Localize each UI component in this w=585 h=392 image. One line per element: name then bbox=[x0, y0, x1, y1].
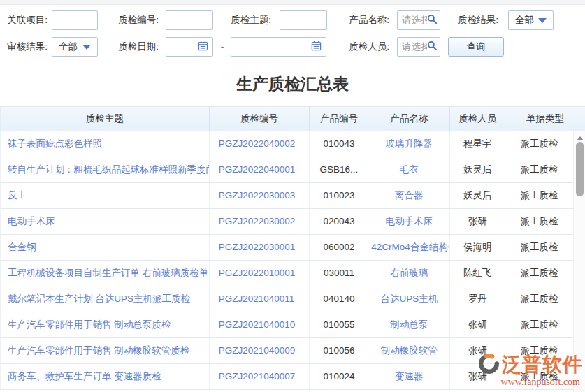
product-number-cell: 010043 bbox=[310, 131, 368, 157]
doc-type-cell: 派工质检 bbox=[505, 235, 573, 260]
table-row: 袜子表面疵点彩色样照 PGZJ2022040002 010043 玻璃升降器 程… bbox=[0, 131, 573, 157]
table-row: 反工 PGZJ2022030003 010023 离合器 妖灵后 派工质检 bbox=[0, 183, 573, 209]
table-row: 工程机械设备项目自制生产订单 右前玻璃质检单 PGZJ2022010001 03… bbox=[0, 261, 573, 286]
inspector-cell: 妖灵后 bbox=[450, 183, 505, 208]
table-row: 转自生产计划：粗梳毛织品起球标准样照新季度的生 PGZJ2022040001 G… bbox=[0, 157, 573, 183]
audit-result-dropdown[interactable]: 全部 bbox=[52, 37, 98, 57]
qc-number-link[interactable]: PGZJ2021040011 bbox=[219, 293, 295, 304]
product-name-link[interactable]: 玻璃升降器 bbox=[386, 138, 433, 149]
header-inspector[interactable]: 质检人员 bbox=[450, 107, 505, 131]
qc-number-link[interactable]: PGZJ2021040007 bbox=[219, 371, 296, 382]
qc-topic-link[interactable]: 反工 bbox=[8, 190, 27, 201]
chevron-down-icon bbox=[82, 45, 91, 50]
product-number-cell: 030011 bbox=[310, 261, 368, 286]
header-qc-number[interactable]: 质检编号 bbox=[210, 107, 310, 131]
qc-person-placeholder: 请选择 bbox=[402, 41, 427, 53]
qc-date-label: 质检日期: bbox=[115, 37, 159, 57]
product-name-link[interactable]: 制动总泵 bbox=[390, 319, 428, 330]
qc-number-link[interactable]: PGZJ2022040001 bbox=[219, 164, 296, 175]
qc-person-label: 质检人员: bbox=[345, 37, 389, 57]
inspector-cell: 侯海明 bbox=[450, 235, 505, 260]
table-header-row: 质检主题 质检编号 产品编号 产品名称 质检人员 单据类型 bbox=[0, 106, 585, 131]
page-title: 生产质检汇总表 bbox=[0, 71, 585, 96]
doc-type-cell: 派工质检 bbox=[505, 338, 573, 363]
product-number-cell: 020043 bbox=[310, 209, 368, 234]
scroll-up-icon[interactable] bbox=[574, 131, 585, 141]
qc-number-link[interactable]: PGZJ2022040002 bbox=[219, 138, 296, 149]
product-name-placeholder: 请选择 bbox=[402, 14, 427, 27]
search-button[interactable]: 查询 bbox=[448, 37, 504, 57]
inspector-cell: 程星宇 bbox=[450, 131, 505, 157]
qc-topic-label: 质检主题: bbox=[227, 10, 271, 30]
product-name-link[interactable]: 离合器 bbox=[395, 190, 424, 201]
qc-date-end-input[interactable] bbox=[231, 37, 326, 57]
qc-number-link[interactable]: PGZJ2021040010 bbox=[219, 319, 296, 330]
product-name-link[interactable]: 毛衣 bbox=[400, 164, 419, 175]
table-row: 商务车、救护车生产订单 变速器质检 PGZJ2021040007 010024 … bbox=[0, 364, 573, 390]
product-number-cell: GSB16... bbox=[310, 157, 368, 182]
product-number-cell: 060002 bbox=[310, 235, 368, 260]
table-row: 生产汽车零部件用于销售 制动总泵质检 PGZJ2021040010 010055… bbox=[0, 312, 573, 338]
table-row: 合金钢 PGZJ2022030001 060002 42CrMo4合金结构钢 侯… bbox=[0, 235, 573, 261]
qc-number-link[interactable]: PGZJ2022030003 bbox=[219, 190, 296, 201]
product-name-link[interactable]: 42CrMo4合金结构钢 bbox=[371, 242, 450, 252]
qc-result-value: 全部 bbox=[515, 14, 534, 27]
scrollbar-thumb[interactable] bbox=[576, 142, 584, 196]
product-number-cell: 010024 bbox=[310, 364, 368, 389]
product-name-link[interactable]: 制动橡胶软管 bbox=[381, 345, 438, 356]
product-name-link[interactable]: 电动手术床 bbox=[386, 216, 433, 226]
qc-topic-link[interactable]: 工程机械设备项目自制生产订单 右前玻璃质检单 bbox=[8, 268, 208, 278]
qc-topic-input[interactable] bbox=[280, 10, 327, 30]
qc-result-label: 质检结果: bbox=[454, 10, 498, 30]
inspector-cell: 罗丹 bbox=[450, 286, 505, 312]
qc-topic-link[interactable]: 袜子表面疵点彩色样照 bbox=[8, 138, 102, 149]
qc-result-dropdown[interactable]: 全部 bbox=[508, 10, 554, 30]
product-name-link[interactable]: 变速器 bbox=[395, 371, 424, 382]
inspector-cell: 张研 bbox=[450, 338, 505, 363]
doc-type-cell: 派工质检 bbox=[505, 209, 573, 234]
product-name-link[interactable]: 右前玻璃 bbox=[390, 268, 428, 278]
chevron-down-icon bbox=[538, 18, 547, 23]
qc-number-link[interactable]: PGZJ2021040009 bbox=[219, 345, 296, 356]
calendar-icon bbox=[198, 41, 208, 53]
qc-topic-link[interactable]: 电动手术床 bbox=[8, 216, 55, 226]
qc-topic-link[interactable]: 合金钢 bbox=[8, 242, 36, 252]
qc-topic-link[interactable]: 戴尔笔记本生产计划 台达UPS主机派工质检 bbox=[8, 293, 190, 304]
table-row: 生产汽车零部件用于销售 制动橡胶软管质检 PGZJ2021040009 0100… bbox=[0, 338, 573, 364]
table-body: 袜子表面疵点彩色样照 PGZJ2022040002 010043 玻璃升降器 程… bbox=[0, 131, 573, 390]
top-border-strip bbox=[0, 0, 585, 5]
product-name-select[interactable]: 请选择 bbox=[397, 10, 440, 30]
product-number-cell: 010023 bbox=[310, 183, 368, 208]
qc-person-select[interactable]: 请选择 bbox=[397, 37, 440, 57]
qc-date-start-input[interactable] bbox=[166, 37, 213, 57]
header-qc-topic[interactable]: 质检主题 bbox=[1, 107, 210, 131]
doc-type-cell: 派工质检 bbox=[505, 286, 573, 312]
header-product-number[interactable]: 产品编号 bbox=[310, 107, 368, 131]
related-project-input[interactable] bbox=[52, 10, 98, 30]
inspector-cell: 陈红飞 bbox=[450, 261, 505, 286]
doc-type-cell: 派工质检 bbox=[505, 261, 573, 286]
search-icon bbox=[427, 41, 438, 53]
related-project-label: 关联项目: bbox=[3, 10, 48, 30]
header-product-name[interactable]: 产品名称 bbox=[368, 107, 450, 131]
qc-topic-link[interactable]: 转自生产计划：粗梳毛织品起球标准样照新季度的生 bbox=[8, 164, 210, 175]
table-row: 电动手术床 PGZJ2022030002 020043 电动手术床 张研 派工质… bbox=[0, 209, 573, 235]
qc-number-input[interactable] bbox=[166, 10, 213, 30]
vertical-scrollbar[interactable] bbox=[573, 131, 585, 392]
doc-type-cell: 派工质检 bbox=[505, 312, 573, 337]
qc-number-link[interactable]: PGZJ2022010001 bbox=[219, 268, 296, 278]
audit-result-value: 全部 bbox=[59, 41, 78, 53]
product-name-link[interactable]: 台达UPS主机 bbox=[380, 293, 438, 304]
qc-summary-table: 质检主题 质检编号 产品编号 产品名称 质检人员 单据类型 袜子表面疵点彩色样照… bbox=[0, 106, 585, 390]
table-row: 戴尔笔记本生产计划 台达UPS主机派工质检 PGZJ2021040011 040… bbox=[0, 286, 573, 312]
qc-topic-link[interactable]: 生产汽车零部件用于销售 制动橡胶软管质检 bbox=[8, 345, 189, 356]
qc-number-link[interactable]: PGZJ2022030002 bbox=[219, 216, 296, 226]
qc-number-link[interactable]: PGZJ2022030001 bbox=[219, 242, 296, 252]
date-range-separator: - bbox=[215, 37, 229, 57]
calendar-icon bbox=[311, 41, 322, 53]
inspector-cell: 张研 bbox=[450, 312, 505, 337]
product-number-cell: 040140 bbox=[310, 286, 368, 312]
qc-topic-link[interactable]: 生产汽车零部件用于销售 制动总泵质检 bbox=[8, 319, 171, 330]
header-doc-type[interactable]: 单据类型 bbox=[505, 107, 585, 131]
qc-topic-link[interactable]: 商务车、救护车生产订单 变速器质检 bbox=[8, 371, 161, 382]
